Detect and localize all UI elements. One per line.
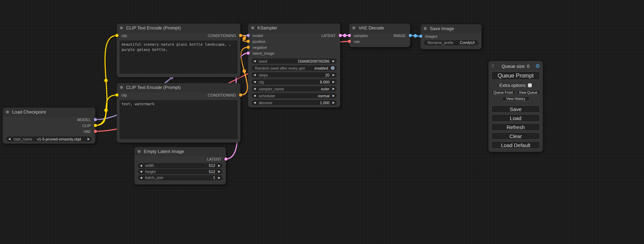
widget-value: 1 [213, 175, 215, 180]
output-row: LATENT [134, 156, 226, 162]
latent-image-input-port[interactable] [247, 52, 250, 55]
node-save-image[interactable]: Save Image images filename_prefix ComfyU… [421, 24, 482, 49]
next-value-arrow-icon[interactable]: ▶ [217, 176, 220, 179]
conditioning-output-port[interactable] [239, 93, 242, 97]
refresh-button[interactable]: Refresh [491, 123, 540, 131]
load-checkpoint-model-output-port[interactable] [94, 118, 97, 121]
node-ksampler[interactable]: KSampler model LATENT positive negative … [248, 24, 340, 107]
vae-input-port[interactable] [348, 40, 351, 43]
widget-denoise[interactable]: ◀ denoise 1.000 ▶ [252, 100, 337, 105]
widget-steps[interactable]: ◀ steps 20 ▶ [252, 72, 337, 78]
widget-label: sampler_name [259, 87, 284, 91]
prev-value-arrow-icon[interactable]: ◀ [8, 137, 12, 141]
widget-label: steps [259, 73, 268, 77]
view-history-button[interactable]: View History [502, 96, 530, 101]
node-title-bar[interactable]: Empty Latent Image [134, 147, 226, 156]
image-output-port[interactable] [409, 34, 412, 37]
next-value-arrow-icon[interactable]: ▶ [331, 60, 335, 63]
prev-value-arrow-icon[interactable]: ◀ [254, 101, 257, 104]
widget-batch-size[interactable]: ◀ batch_size 1 ▶ [138, 175, 222, 180]
latent-output-port[interactable] [224, 157, 228, 161]
prev-value-arrow-icon[interactable]: ◀ [254, 73, 257, 76]
collapse-dot-icon[interactable] [6, 110, 9, 114]
prev-value-arrow-icon[interactable]: ◀ [140, 164, 144, 167]
samples-input-port[interactable] [348, 34, 351, 37]
node-title-bar[interactable]: VAE Decode [349, 24, 410, 33]
toggle-knob-icon[interactable] [331, 66, 335, 70]
node-title-bar[interactable]: CLIP Text Encode (Prompt) [117, 83, 240, 92]
node-graph-canvas[interactable]: Load Checkpoint MODEL CLIP VAE ◀ ckpt_na… [0, 0, 644, 244]
collapse-dot-icon[interactable] [120, 26, 123, 29]
widget-height[interactable]: ◀ height 512 ▶ [138, 169, 222, 174]
conditioning-output-port[interactable] [239, 34, 242, 37]
extra-options-label: Extra options [500, 83, 526, 88]
input-label-positive: positive [253, 39, 265, 44]
input-label-clip: clip [121, 93, 127, 97]
node-load-checkpoint[interactable]: Load Checkpoint MODEL CLIP VAE ◀ ckpt_na… [3, 108, 95, 144]
node-clip-text-encode-positive[interactable]: CLIP Text Encode (Prompt) clip CONDITION… [117, 24, 240, 77]
negative-input-port[interactable] [247, 46, 250, 49]
next-value-arrow-icon[interactable]: ▶ [217, 164, 220, 167]
widget-scheduler[interactable]: ◀ scheduler normal ▶ [252, 93, 337, 98]
next-value-arrow-icon[interactable]: ▶ [331, 87, 335, 90]
next-value-arrow-icon[interactable]: ▶ [86, 137, 90, 141]
widget-cfg[interactable]: ◀ cfg 8.000 ▶ [252, 79, 337, 84]
queue-prompt-button[interactable]: Queue Prompt [491, 71, 540, 80]
next-value-arrow-icon[interactable]: ▶ [331, 80, 335, 83]
next-value-arrow-icon[interactable]: ▶ [331, 73, 335, 76]
prev-value-arrow-icon[interactable]: ◀ [254, 94, 257, 97]
node-title-bar[interactable]: Save Image [421, 24, 482, 33]
positive-prompt-textarea[interactable]: beautiful scenery nature glass bottle la… [120, 40, 238, 74]
collapse-dot-icon[interactable] [424, 27, 427, 30]
collapse-dot-icon[interactable] [120, 86, 123, 89]
model-input-port[interactable] [247, 34, 250, 37]
widget-sampler-name[interactable]: ◀ sampler_name euler ▶ [252, 86, 337, 91]
node-title-bar[interactable]: Load Checkpoint [3, 108, 95, 117]
prev-value-arrow-icon[interactable]: ◀ [140, 176, 144, 179]
widget-value: 512 [209, 163, 215, 168]
collapse-dot-icon[interactable] [352, 26, 355, 29]
images-input-port[interactable] [419, 35, 422, 38]
node-title-bar[interactable]: KSampler [248, 24, 340, 33]
widget-width[interactable]: ◀ width 512 ▶ [138, 163, 222, 168]
next-value-arrow-icon[interactable]: ▶ [331, 101, 335, 104]
node-vae-decode[interactable]: VAE Decode samples IMAGE vae [349, 24, 410, 47]
next-value-arrow-icon[interactable]: ▶ [217, 170, 220, 173]
clear-button[interactable]: Clear [491, 132, 540, 140]
save-button[interactable]: Save [491, 105, 540, 113]
drag-handle-icon[interactable]: ⠿ [491, 64, 494, 69]
negative-prompt-textarea[interactable]: text, watermark [120, 100, 238, 139]
extra-options-checkbox[interactable] [528, 83, 532, 87]
widget-seed-control[interactable]: Random seed after every gen enabled [252, 65, 337, 71]
node-clip-text-encode-negative[interactable]: CLIP Text Encode (Prompt) clip CONDITION… [117, 83, 240, 143]
widget-filename-prefix[interactable]: filename_prefix ComfyUI [424, 40, 478, 45]
load-button[interactable]: Load [491, 114, 540, 122]
node-empty-latent-image[interactable]: Empty Latent Image LATENT ◀ width 512 ▶ … [134, 147, 226, 184]
load-default-button[interactable]: Load Default [491, 141, 540, 149]
prev-value-arrow-icon[interactable]: ◀ [254, 87, 257, 90]
prev-value-arrow-icon[interactable]: ◀ [254, 80, 257, 83]
settings-gear-icon[interactable]: ⚙ [536, 63, 540, 69]
input-label-images: images [425, 34, 437, 38]
widget-value: normal [318, 94, 329, 98]
positive-input-port[interactable] [247, 40, 250, 43]
collapse-dot-icon[interactable] [138, 150, 141, 153]
prev-value-arrow-icon[interactable]: ◀ [140, 170, 144, 173]
clip-input-port[interactable] [115, 34, 118, 37]
load-checkpoint-vae-output-port[interactable] [94, 130, 97, 133]
prev-value-arrow-icon[interactable]: ◀ [254, 60, 257, 63]
load-checkpoint-clip-output-port[interactable] [94, 124, 97, 127]
node-title-bar[interactable]: CLIP Text Encode (Prompt) [117, 24, 240, 33]
widget-ckpt-name[interactable]: ◀ ckpt_name v1-5-pruned-emaonly.ckpt ▶ [6, 136, 92, 142]
view-queue-button[interactable]: View Queue [517, 90, 540, 95]
collapse-dot-icon[interactable] [251, 26, 254, 29]
link-midpoint-dot [104, 79, 108, 82]
input-label-clip: clip [121, 34, 127, 38]
link-midpoint-dot [104, 109, 108, 112]
widget-seed[interactable]: ◀ seed 156680208700286 ▶ [252, 58, 337, 64]
clip-input-port[interactable] [115, 93, 118, 97]
queue-front-button[interactable]: Queue Front [491, 90, 515, 95]
input-label-negative: negative [253, 45, 267, 49]
latent-output-port[interactable] [339, 34, 342, 37]
next-value-arrow-icon[interactable]: ▶ [331, 94, 335, 97]
